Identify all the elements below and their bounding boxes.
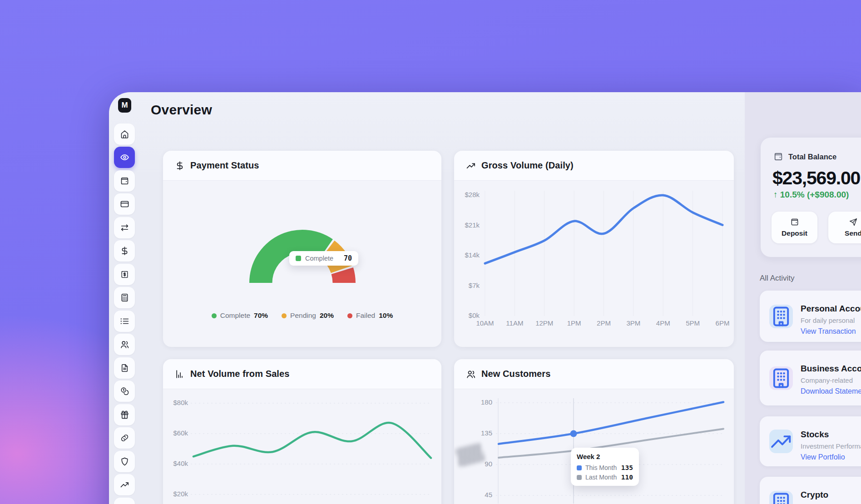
activity-subtitle: For daily personal [801,316,855,324]
legend-item: Complete 70% [212,311,268,320]
total-balance-header: Total Balance [773,152,836,162]
activity-subtitle: Investment Performance [801,442,861,450]
total-balance-change: ↑ 10.5% (+$908.00) [773,190,849,200]
home-icon [120,129,129,139]
legend-dot [347,313,352,318]
sidebar-item-cards[interactable] [114,193,135,215]
y-tick-label: $14k [456,251,480,259]
tooltip-label: This Month [585,464,617,471]
arrows-left-right-icon [120,223,129,232]
activity-link[interactable]: Download Statement [801,387,861,395]
y-tick-label: 180 [470,398,492,406]
sidebar-item-home[interactable] [114,124,135,145]
sidebar-item-security[interactable] [114,451,135,472]
new-customers-card: New Customers Week 2 This Month 135 Last… [454,359,734,504]
tooltip-label: Complete [305,255,333,262]
legend-label: Complete [220,311,250,320]
receipt-dollar-icon [120,270,129,279]
button-label: Send [845,229,861,237]
trending-up-icon [769,430,793,453]
send-button[interactable]: Send [828,212,861,243]
sidebar-item-documents[interactable] [114,357,135,379]
tooltip-value: 110 [621,474,633,481]
building-icon [769,305,793,328]
tooltip-label: Last Month [585,474,617,481]
file-text-icon [120,363,129,373]
dollar-icon [120,246,129,256]
calculator-icon [120,293,129,302]
legend-item: Pending 20% [282,311,334,320]
wallet-icon [120,176,129,186]
legend-dot [212,313,217,318]
sidebar-item-customers[interactable] [114,334,135,355]
activity-title: Crypto [801,490,828,500]
sidebar-item-overview[interactable] [114,147,135,168]
sidebar-item-invoices[interactable] [114,264,135,285]
activity-link[interactable]: View Portfolio [801,453,845,461]
legend-label: Failed [356,311,375,320]
sidebar-item-links[interactable] [114,427,135,449]
sidebar-item-analytics[interactable] [114,474,135,495]
activity-link[interactable]: View Transaction [801,327,856,336]
legend-swatch [296,256,301,261]
x-tick-label: 6PM [708,319,734,327]
sidebar-item-payments[interactable] [114,240,135,262]
deposit-button[interactable]: Deposit [772,212,817,243]
payment-status-card: Payment Status Complete 70 Complete 70% … [163,151,441,347]
legend-swatch [577,475,582,480]
gross-volume-chart [454,151,734,347]
sidebar-item-calculator[interactable] [114,287,135,308]
x-tick-label: 10AM [470,319,500,327]
legend-value: 10% [379,311,393,320]
legend-swatch [577,465,582,470]
sidebar-item-wallet[interactable] [114,170,135,192]
button-label: Deposit [782,229,807,237]
gauge-legend: Complete 70% Pending 20% Failed 10% [163,311,441,320]
total-balance-card: Total Balance $23,569.00 ↑ 10.5% (+$908.… [761,138,861,257]
net-volume-chart [163,359,441,504]
wallet-icon [773,152,783,162]
activity-title: Business Account [801,364,861,374]
legend-label: Pending [290,311,316,320]
credit-card-icon [120,199,129,209]
tooltip-row: This Month 135 [577,464,633,471]
coins-icon [120,386,129,396]
app-logo[interactable]: M [118,98,131,113]
legend-value: 70% [254,311,268,320]
legend-dot [282,313,287,318]
page-title: Overview [151,102,212,118]
x-tick-label: 12PM [530,319,559,327]
activity-item-personal-account[interactable]: Personal AccountFor daily personalView T… [760,291,861,342]
tooltip-value: 135 [621,464,633,471]
x-tick-label: 11AM [500,319,529,327]
y-tick-label: $40k [165,460,188,467]
y-tick-label: $21k [456,221,480,229]
y-tick-label: $0k [456,311,480,319]
activity-item-stocks[interactable]: StocksInvestment PerformanceView Portfol… [760,416,861,466]
y-tick-label: 135 [470,429,492,437]
sidebar-item-device[interactable] [114,498,135,504]
y-tick-label: $80k [165,399,188,406]
chart-tooltip: Week 2 This Month 135 Last Month 110 [571,448,639,486]
x-tick-label: 2PM [589,319,619,327]
gross-volume-card: Gross Volume (Daily) $28k$21k$14k$7k$0k1… [454,151,734,347]
y-tick-label: $28k [456,191,480,198]
sidebar-item-coins[interactable] [114,380,135,402]
balance-actions: DepositSend [772,212,861,243]
activity-title: Personal Account [801,304,861,314]
activity-item-crypto[interactable]: CryptoWallet & Exchange [760,477,861,504]
link-icon [120,433,129,443]
total-balance-label: Total Balance [788,153,836,161]
sidebar-item-list[interactable] [114,311,135,332]
y-tick-label: $60k [165,429,188,437]
sidebar-item-rewards[interactable] [114,404,135,425]
list-icon [120,316,129,326]
sidebar-item-transfers[interactable] [114,217,135,238]
activity-item-business-account[interactable]: Business AccountCompany-relatedDownload … [760,351,861,405]
x-tick-label: 4PM [648,319,678,327]
total-balance-amount: $23,569.00 [772,168,860,189]
eye-icon [120,153,129,162]
legend-value: 20% [320,311,334,320]
users-icon [120,340,129,349]
building-icon [769,491,793,504]
